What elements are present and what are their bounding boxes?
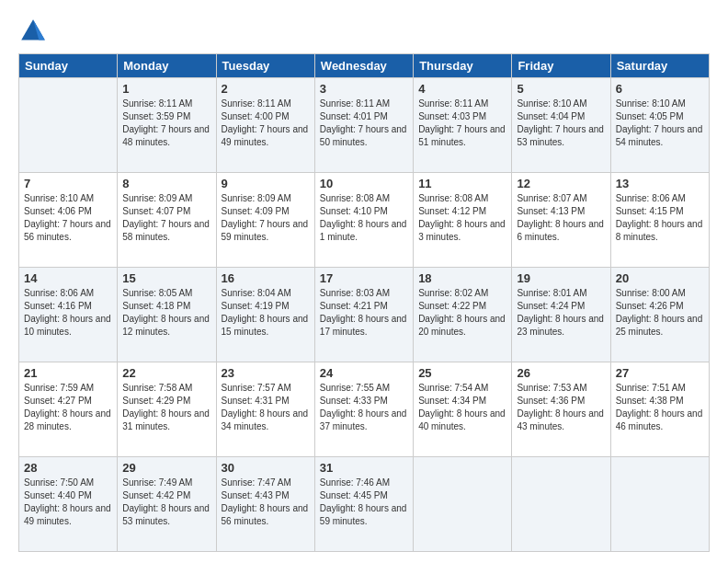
day-number: 18	[418, 271, 506, 285]
header-cell-sunday: Sunday	[19, 54, 118, 78]
day-number: 14	[24, 271, 112, 285]
day-cell: 7Sunrise: 8:10 AMSunset: 4:06 PMDaylight…	[19, 173, 118, 268]
day-info: Sunrise: 8:08 AMSunset: 4:12 PMDaylight:…	[418, 192, 506, 244]
day-number: 27	[616, 366, 704, 380]
header-cell-tuesday: Tuesday	[216, 54, 314, 78]
day-cell: 18Sunrise: 8:02 AMSunset: 4:22 PMDayligh…	[414, 268, 512, 362]
day-info: Sunrise: 8:11 AMSunset: 4:03 PMDaylight:…	[418, 98, 506, 149]
day-cell: 10Sunrise: 8:08 AMSunset: 4:10 PMDayligh…	[314, 173, 413, 268]
day-number: 12	[517, 177, 605, 190]
day-info: Sunrise: 8:08 AMSunset: 4:10 PMDaylight:…	[320, 192, 408, 244]
day-number: 2	[222, 82, 310, 96]
day-cell: 9Sunrise: 8:09 AMSunset: 4:09 PMDaylight…	[216, 173, 314, 268]
day-cell: 21Sunrise: 7:59 AMSunset: 4:27 PMDayligh…	[19, 362, 118, 457]
day-info: Sunrise: 8:11 AMSunset: 3:59 PMDaylight:…	[122, 98, 210, 149]
day-info: Sunrise: 7:50 AMSunset: 4:40 PMDaylight:…	[24, 477, 112, 528]
header-cell-wednesday: Wednesday	[314, 54, 413, 78]
day-cell: 20Sunrise: 8:00 AMSunset: 4:26 PMDayligh…	[610, 268, 709, 362]
day-cell: 23Sunrise: 7:57 AMSunset: 4:31 PMDayligh…	[216, 362, 314, 457]
header-row: SundayMondayTuesdayWednesdayThursdayFrid…	[19, 54, 710, 78]
day-number: 17	[320, 271, 408, 285]
week-row-1: 7Sunrise: 8:10 AMSunset: 4:06 PMDaylight…	[19, 173, 710, 268]
day-number: 1	[122, 82, 210, 96]
day-info: Sunrise: 8:06 AMSunset: 4:16 PMDaylight:…	[24, 287, 112, 339]
day-number: 25	[418, 366, 506, 380]
day-cell	[610, 457, 709, 552]
day-number: 11	[418, 177, 506, 190]
day-number: 22	[122, 366, 210, 380]
day-info: Sunrise: 8:05 AMSunset: 4:18 PMDaylight:…	[122, 287, 210, 339]
day-info: Sunrise: 8:00 AMSunset: 4:26 PMDaylight:…	[616, 287, 704, 339]
day-number: 29	[122, 461, 210, 475]
header-cell-monday: Monday	[118, 54, 216, 78]
day-info: Sunrise: 7:53 AMSunset: 4:36 PMDaylight:…	[517, 382, 605, 433]
day-number: 21	[24, 366, 112, 380]
day-number: 6	[616, 82, 704, 96]
day-cell	[512, 457, 610, 552]
day-cell: 25Sunrise: 7:54 AMSunset: 4:34 PMDayligh…	[414, 362, 512, 457]
day-cell	[414, 457, 512, 552]
day-number: 9	[222, 177, 310, 190]
day-info: Sunrise: 7:47 AMSunset: 4:43 PMDaylight:…	[222, 477, 310, 528]
header-cell-thursday: Thursday	[414, 54, 512, 78]
day-cell: 15Sunrise: 8:05 AMSunset: 4:18 PMDayligh…	[118, 268, 216, 362]
week-row-4: 28Sunrise: 7:50 AMSunset: 4:40 PMDayligh…	[19, 457, 710, 552]
day-number: 8	[122, 177, 210, 190]
day-cell: 19Sunrise: 8:01 AMSunset: 4:24 PMDayligh…	[512, 268, 610, 362]
day-number: 24	[320, 366, 408, 380]
header-cell-friday: Friday	[512, 54, 610, 78]
day-info: Sunrise: 8:10 AMSunset: 4:04 PMDaylight:…	[517, 98, 605, 149]
day-number: 16	[222, 271, 310, 285]
day-number: 31	[320, 461, 408, 475]
day-number: 4	[418, 82, 506, 96]
day-info: Sunrise: 8:09 AMSunset: 4:07 PMDaylight:…	[122, 192, 210, 244]
day-cell: 1Sunrise: 8:11 AMSunset: 3:59 PMDaylight…	[118, 78, 216, 173]
day-cell: 4Sunrise: 8:11 AMSunset: 4:03 PMDaylight…	[414, 78, 512, 173]
day-number: 15	[122, 271, 210, 285]
day-info: Sunrise: 8:06 AMSunset: 4:15 PMDaylight:…	[616, 192, 704, 244]
day-info: Sunrise: 7:58 AMSunset: 4:29 PMDaylight:…	[122, 382, 210, 433]
day-cell: 5Sunrise: 8:10 AMSunset: 4:04 PMDaylight…	[512, 78, 610, 173]
day-cell: 11Sunrise: 8:08 AMSunset: 4:12 PMDayligh…	[414, 173, 512, 268]
day-cell: 8Sunrise: 8:09 AMSunset: 4:07 PMDaylight…	[118, 173, 216, 268]
day-cell: 13Sunrise: 8:06 AMSunset: 4:15 PMDayligh…	[610, 173, 709, 268]
day-cell: 29Sunrise: 7:49 AMSunset: 4:42 PMDayligh…	[118, 457, 216, 552]
day-cell	[19, 78, 118, 173]
logo-icon	[18, 17, 48, 46]
day-cell: 22Sunrise: 7:58 AMSunset: 4:29 PMDayligh…	[118, 362, 216, 457]
day-cell: 27Sunrise: 7:51 AMSunset: 4:38 PMDayligh…	[610, 362, 709, 457]
day-cell: 26Sunrise: 7:53 AMSunset: 4:36 PMDayligh…	[512, 362, 610, 457]
header	[18, 17, 710, 46]
week-row-3: 21Sunrise: 7:59 AMSunset: 4:27 PMDayligh…	[19, 362, 710, 457]
day-number: 26	[517, 366, 605, 380]
day-info: Sunrise: 8:01 AMSunset: 4:24 PMDaylight:…	[517, 287, 605, 339]
day-number: 10	[320, 177, 408, 190]
week-row-2: 14Sunrise: 8:06 AMSunset: 4:16 PMDayligh…	[19, 268, 710, 362]
day-cell: 6Sunrise: 8:10 AMSunset: 4:05 PMDaylight…	[610, 78, 709, 173]
day-cell: 24Sunrise: 7:55 AMSunset: 4:33 PMDayligh…	[314, 362, 413, 457]
day-cell: 2Sunrise: 8:11 AMSunset: 4:00 PMDaylight…	[216, 78, 314, 173]
day-number: 20	[616, 271, 704, 285]
day-number: 13	[616, 177, 704, 190]
day-number: 5	[517, 82, 605, 96]
day-cell: 14Sunrise: 8:06 AMSunset: 4:16 PMDayligh…	[19, 268, 118, 362]
day-info: Sunrise: 7:55 AMSunset: 4:33 PMDaylight:…	[320, 382, 408, 433]
day-info: Sunrise: 8:04 AMSunset: 4:19 PMDaylight:…	[222, 287, 310, 339]
page: SundayMondayTuesdayWednesdayThursdayFrid…	[0, 0, 728, 563]
day-info: Sunrise: 7:59 AMSunset: 4:27 PMDaylight:…	[24, 382, 112, 433]
day-number: 30	[222, 461, 310, 475]
day-info: Sunrise: 8:11 AMSunset: 4:01 PMDaylight:…	[320, 98, 408, 149]
day-info: Sunrise: 7:46 AMSunset: 4:45 PMDaylight:…	[320, 477, 408, 528]
logo	[18, 17, 51, 46]
day-info: Sunrise: 8:09 AMSunset: 4:09 PMDaylight:…	[222, 192, 310, 244]
day-number: 28	[24, 461, 112, 475]
day-number: 7	[24, 177, 112, 190]
day-cell: 28Sunrise: 7:50 AMSunset: 4:40 PMDayligh…	[19, 457, 118, 552]
day-info: Sunrise: 7:54 AMSunset: 4:34 PMDaylight:…	[418, 382, 506, 433]
day-info: Sunrise: 7:57 AMSunset: 4:31 PMDaylight:…	[222, 382, 310, 433]
day-info: Sunrise: 8:03 AMSunset: 4:21 PMDaylight:…	[320, 287, 408, 339]
day-info: Sunrise: 8:10 AMSunset: 4:05 PMDaylight:…	[616, 98, 704, 149]
calendar-table: SundayMondayTuesdayWednesdayThursdayFrid…	[18, 53, 710, 552]
day-number: 23	[222, 366, 310, 380]
day-number: 19	[517, 271, 605, 285]
